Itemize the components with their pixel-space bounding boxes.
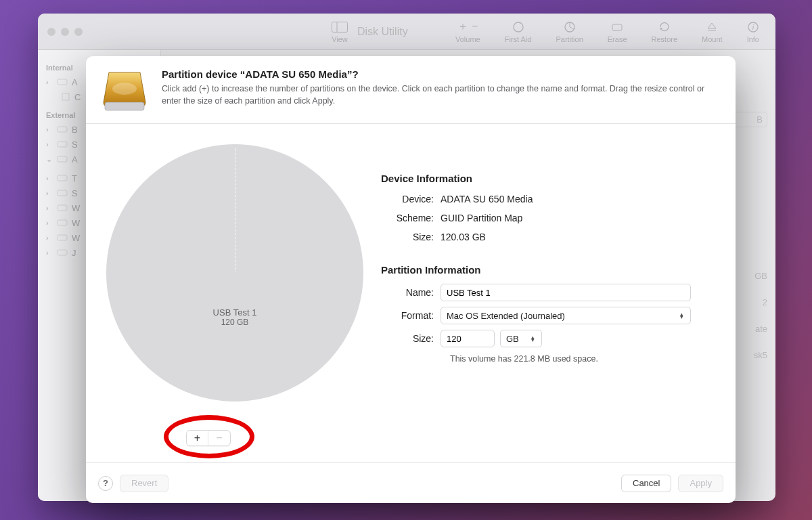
pie-partition-size: 120 GB [221,318,249,327]
sidebar-item-label: W [72,203,80,213]
svg-rect-12 [62,93,69,100]
format-select[interactable]: Mac OS Extended (Journaled) ▴▾ [441,307,691,324]
device-value: ADATA SU 650 Media [441,194,533,204]
sidebar-item-label: W [72,218,80,228]
svg-rect-14 [58,142,67,147]
info-column: Device Information Device:ADATA SU 650 M… [370,124,736,462]
sidebar-icon [332,20,348,34]
svg-rect-13 [58,127,67,132]
disk-icon [57,189,68,197]
disk-icon [57,219,68,227]
chevron-right-icon: › [46,204,53,212]
disk-icon [57,204,68,212]
psize-label: Size: [381,333,441,344]
updown-caret-icon: ▴▾ [526,336,539,341]
chevron-down-icon: ⌄ [46,156,53,163]
format-value: Mac OS Extended (Journaled) [447,311,565,321]
partition-pie-area: USB Test 1 120 GB + − [86,124,370,462]
chevron-right-icon: › [46,249,53,257]
revert-button: Revert [120,475,168,492]
chevron-right-icon: › [46,141,53,148]
sheet-subtitle: Click add (+) to increase the number of … [162,83,719,107]
toolbar-view-label: View [332,35,348,43]
disk-icon [57,78,68,86]
info-icon: i [747,20,759,34]
apply-button: Apply [678,475,723,492]
svg-rect-17 [58,190,67,196]
size-label: Size: [381,232,441,242]
svg-marker-7 [708,23,716,28]
stethoscope-icon [512,20,524,34]
unit-value: GB [506,334,519,344]
svg-rect-16 [58,175,67,181]
disk-icon [57,234,68,242]
svg-rect-5 [612,24,622,30]
toolbar-info[interactable]: i Info [747,20,759,43]
toolbar-firstaid[interactable]: First Aid [505,20,532,43]
format-label: Format: [381,310,441,321]
svg-rect-21 [58,250,67,255]
toolbar-firstaid-label: First Aid [505,35,532,43]
disk-icon [57,155,68,163]
toolbar-erase-label: Erase [608,35,627,43]
sheet-title: Partition device “ADATA SU 650 Media”? [162,68,719,80]
sidebar-item-label: T [72,173,77,183]
toolbar-partition-label: Partition [556,35,583,43]
zoom-dot[interactable] [74,28,83,36]
svg-point-23 [112,83,137,95]
window-title: Disk Utility [357,26,455,38]
sidebar-item-label: A [72,77,78,87]
scheme-value: GUID Partition Map [441,213,522,223]
partition-size-input[interactable] [441,330,495,347]
partition-name-input[interactable] [441,284,691,301]
svg-rect-11 [58,79,67,85]
partition-pie[interactable]: USB Test 1 120 GB [106,144,363,402]
toolbar-volume[interactable]: ＋ − Volume [455,20,480,43]
sidebar-item-label: S [72,139,78,150]
pie-partition-name: USB Test 1 [213,307,257,318]
chevron-right-icon: › [46,126,53,133]
chevron-right-icon: › [46,175,53,182]
toolbar-partition[interactable]: Partition [556,20,583,43]
svg-point-3 [514,22,523,32]
svg-rect-15 [58,156,67,162]
svg-rect-20 [58,235,67,240]
mount-icon [706,20,718,34]
toolbar-view[interactable]: View [332,20,348,43]
svg-text:i: i [752,23,754,31]
partition-sheet: Partition device “ADATA SU 650 Media”? C… [86,56,736,503]
scheme-label: Scheme: [381,213,441,223]
minimize-dot[interactable] [61,28,69,36]
updown-caret-icon: ▴▾ [675,313,687,318]
size-value: 120.03 GB [441,232,486,242]
toolbar-restore[interactable]: Restore [652,20,678,43]
size-unit-select[interactable]: GB ▴▾ [500,330,542,347]
svg-rect-0 [332,22,348,32]
window-traffic-lights [38,28,95,36]
pie-icon [564,20,576,34]
name-label: Name: [381,287,441,298]
sheet-header: Partition device “ADATA SU 650 Media”? C… [86,56,736,124]
disk-icon [57,125,68,133]
device-label: Device: [381,194,441,204]
used-space-hint: This volume has 221.8 MB used space. [450,354,719,364]
disk-icon [57,248,68,257]
sidebar-item-label: B [72,125,78,135]
add-remove-segmented: + − [186,430,231,446]
svg-rect-18 [58,205,67,211]
help-button[interactable]: ? [98,476,113,491]
restore-icon [658,20,671,34]
device-info-heading: Device Information [381,173,719,184]
disk-icon [57,140,68,148]
cancel-button[interactable]: Cancel [621,475,671,492]
toolbar-mount[interactable]: Mount [702,20,723,43]
external-drive-icon [101,68,148,114]
toolbar-info-label: Info [747,35,759,43]
close-dot[interactable] [47,28,55,36]
toolbar: View Disk Utility ＋ − Volume First Aid P… [38,14,775,50]
chevron-right-icon: › [46,79,53,86]
svg-rect-19 [58,220,67,225]
toolbar-erase[interactable]: Erase [608,20,627,43]
add-partition-button[interactable]: + [187,431,208,446]
sheet-footer: ? Revert Cancel Apply [86,462,736,503]
